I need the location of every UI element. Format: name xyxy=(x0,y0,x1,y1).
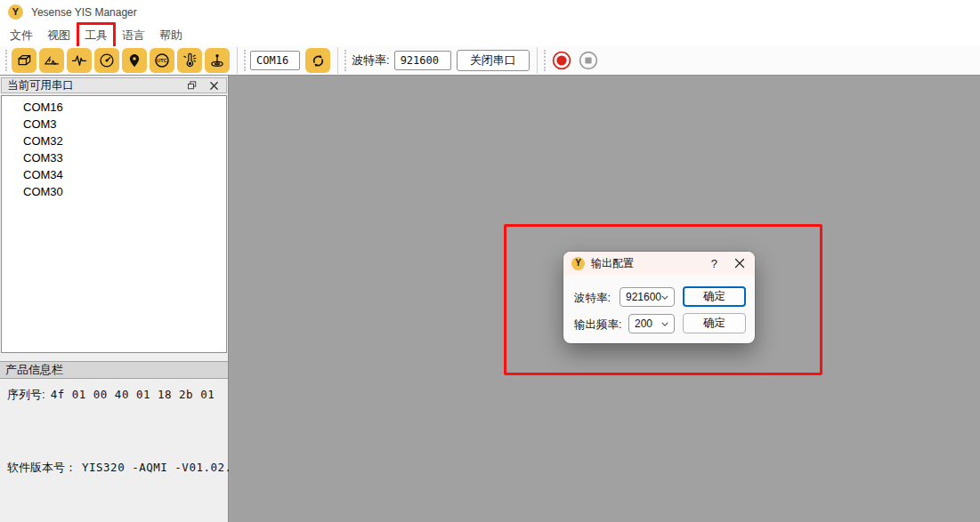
svg-text:UTC: UTC xyxy=(157,58,166,63)
float-panel-icon xyxy=(187,80,198,91)
port-list: COM16 COM3 COM32 COM33 COM34 COM30 xyxy=(1,95,227,353)
dialog-logo-icon: Y xyxy=(571,257,585,270)
waveform-icon xyxy=(70,52,88,69)
output-config-dialog: Y 输出配置 ? 波特率: 921600 确定 输出频率: 200 确定 xyxy=(563,252,755,343)
com-port-select[interactable]: COM16 xyxy=(250,51,300,70)
product-info-header: 产品信息栏 xyxy=(0,361,228,379)
chevron-down-icon xyxy=(444,58,445,63)
toolbar-drag-handle[interactable] xyxy=(244,50,246,71)
3d-view-button[interactable] xyxy=(12,48,36,73)
port-list-item[interactable]: COM30 xyxy=(2,183,226,200)
dialog-rate-ok-button[interactable]: 确定 xyxy=(683,313,746,333)
close-serial-port-button[interactable]: 关闭串口 xyxy=(457,50,530,71)
dialog-rate-select[interactable]: 200 xyxy=(628,314,675,333)
menu-item-file[interactable]: 文件 xyxy=(9,26,34,45)
refresh-icon xyxy=(310,52,327,69)
app-logo-icon: Y xyxy=(8,4,23,20)
close-panel-button[interactable] xyxy=(207,79,221,92)
gauge-icon xyxy=(98,52,116,69)
com-port-value: COM16 xyxy=(256,54,288,67)
port-list-item[interactable]: COM32 xyxy=(2,133,226,149)
utc-time-button[interactable]: UTC xyxy=(150,48,174,73)
menu-item-view[interactable]: 视图 xyxy=(46,26,71,45)
output-config-dialog-wrap: Y 输出配置 ? 波特率: 921600 确定 输出频率: 200 确定 xyxy=(563,252,755,343)
dialog-title-bar: Y 输出配置 ? xyxy=(563,252,755,275)
dialog-baud-label: 波特率: xyxy=(574,291,611,306)
menu-item-help[interactable]: 帮助 xyxy=(158,26,183,45)
location-button[interactable] xyxy=(122,48,147,73)
stop-icon xyxy=(578,50,599,71)
serial-ports-panel: 当前可用串口 COM16 COM3 COM32 COM33 COM34 COM3… xyxy=(0,76,229,522)
attitude-indicator-button[interactable] xyxy=(205,48,230,73)
toolbar: UTC COM16 xyxy=(0,46,980,76)
menu-bar: 文件 视图 工具 语言 帮助 xyxy=(0,24,980,46)
record-icon xyxy=(551,50,572,71)
port-list-item[interactable]: COM3 xyxy=(2,116,226,133)
raw-data-curve-button[interactable] xyxy=(67,48,92,73)
float-panel-button[interactable] xyxy=(185,79,199,92)
toolbar-separator xyxy=(537,47,538,74)
toolbar-separator xyxy=(337,47,338,74)
gauge-button[interactable] xyxy=(94,48,119,73)
chevron-down-icon xyxy=(661,322,668,326)
attitude-icon xyxy=(208,52,226,69)
toolbar-separator xyxy=(237,47,238,74)
port-list-item[interactable]: COM16 xyxy=(2,99,226,116)
serial-number-label: 序列号: xyxy=(7,387,45,403)
dialog-baud-value: 921600 xyxy=(626,291,661,303)
thermometer-icon xyxy=(181,52,198,69)
serial-ports-panel-title: 当前可用串口 xyxy=(7,78,178,93)
dialog-rate-value: 200 xyxy=(635,317,652,330)
cube-icon xyxy=(15,52,33,69)
toolbar-drag-handle[interactable] xyxy=(5,50,7,71)
serial-ports-panel-header: 当前可用串口 xyxy=(1,77,227,93)
close-icon xyxy=(734,258,745,269)
dialog-close-button[interactable] xyxy=(733,258,747,269)
toolbar-drag-handle[interactable] xyxy=(344,50,346,71)
dialog-baud-select[interactable]: 921600 xyxy=(620,287,675,307)
stop-button[interactable] xyxy=(577,49,600,72)
product-info-title: 产品信息栏 xyxy=(5,362,63,378)
temperature-button[interactable] xyxy=(177,48,202,73)
app-window: Y Yesense YIS Manager 文件 视图 工具 语言 帮助 xyxy=(0,0,980,522)
serial-number-value: 4f 01 00 40 01 18 2b 01 xyxy=(51,388,215,401)
software-version-label: 软件版本号： xyxy=(7,460,77,476)
baud-rate-value: 921600 xyxy=(401,54,439,67)
title-bar: Y Yesense YIS Manager xyxy=(0,0,980,24)
serial-number-row: 序列号: 4f 01 00 40 01 18 2b 01 xyxy=(7,387,215,403)
refresh-ports-button[interactable] xyxy=(305,48,330,73)
dialog-baud-ok-button[interactable]: 确定 xyxy=(683,286,746,307)
menu-item-language[interactable]: 语言 xyxy=(121,26,146,45)
utc-clock-icon: UTC xyxy=(153,52,171,69)
software-version-value: YIS320 -AQMI -V01.02.03; xyxy=(82,461,254,474)
record-button[interactable] xyxy=(550,49,573,72)
software-version-row: 软件版本号： YIS320 -AQMI -V01.02.03; xyxy=(7,460,254,476)
baud-rate-select[interactable]: 921600 xyxy=(394,51,451,70)
dialog-rate-label: 输出频率: xyxy=(574,317,621,333)
port-list-item[interactable]: COM33 xyxy=(2,149,226,166)
port-list-item[interactable]: COM34 xyxy=(2,166,226,183)
baud-rate-label: 波特率: xyxy=(352,52,390,68)
angle-curve-icon xyxy=(43,52,61,69)
close-icon xyxy=(209,81,219,91)
toolbar-drag-handle[interactable] xyxy=(544,50,546,71)
window-title: Yesense YIS Manager xyxy=(31,6,137,19)
menu-item-tools-label: 工具 xyxy=(85,28,108,42)
chevron-down-icon xyxy=(661,295,668,300)
attitude-curve-button[interactable] xyxy=(39,48,64,73)
menu-item-tools[interactable]: 工具 xyxy=(84,26,109,45)
location-pin-icon xyxy=(126,52,143,69)
dialog-help-button[interactable]: ? xyxy=(711,257,726,270)
dialog-title: 输出配置 xyxy=(591,256,705,271)
